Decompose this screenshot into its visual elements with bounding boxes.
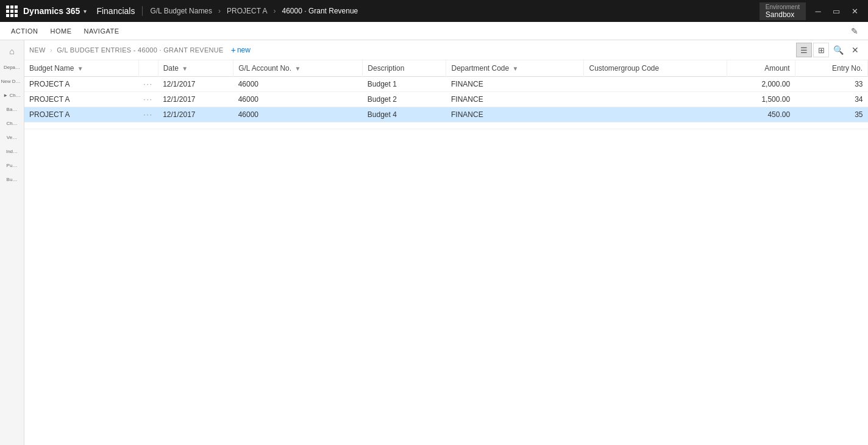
- cell-department-code: FINANCE: [446, 77, 584, 92]
- home-icon: ⌂: [9, 46, 14, 56]
- cell-entry-no: 33: [795, 77, 867, 92]
- table-new-row[interactable]: [24, 123, 868, 129]
- sidebar-label-ba: Ba…: [7, 107, 18, 112]
- cell-customergroup-code: [584, 107, 727, 123]
- sidebar: ⌂ Depa… New Doc… ► Ch… Ba… Ch… Ve… Ind… …: [0, 40, 24, 445]
- cell-gl-account-no: 46000: [233, 77, 363, 92]
- sidebar-label-ind: Ind…: [6, 149, 18, 154]
- sidebar-item-ve[interactable]: Ve…: [0, 130, 24, 144]
- sidebar-label-ve: Ve…: [7, 135, 17, 140]
- sidebar-label-pu: Pu…: [7, 163, 18, 168]
- sidebar-label-ch: ► Ch…: [3, 93, 20, 98]
- sidebar-item-ch[interactable]: ► Ch…: [0, 88, 24, 102]
- cell-new-gl-account: [233, 123, 363, 129]
- cell-department-code: FINANCE: [446, 92, 584, 107]
- close-button[interactable]: ✕: [846, 2, 863, 20]
- restore-button[interactable]: ▭: [828, 2, 845, 20]
- col-gl-account[interactable]: G/L Account No. ▼: [233, 60, 363, 77]
- cell-amount: 450.00: [727, 107, 795, 123]
- cell-row-menu[interactable]: ···: [138, 107, 158, 123]
- table-row[interactable]: PROJECT A ··· 12/1/2017 46000 Budget 1 F…: [24, 77, 868, 92]
- content-header-right: ☰ ⊞ 🔍 ✕: [796, 43, 863, 57]
- content-breadcrumb: NEW › G/L BUDGET ENTRIES - 46000 · GRANT…: [29, 46, 224, 54]
- col-budget-name[interactable]: Budget Name ▼: [24, 60, 138, 77]
- sidebar-item-home[interactable]: ⌂: [0, 43, 24, 60]
- cell-entry-no: 34: [795, 92, 867, 107]
- col-customergroup-code: Customergroup Code: [584, 60, 727, 77]
- top-bar-left: Dynamics 365 ▾ Financials G/L Budget Nam…: [5, 4, 760, 18]
- sidebar-item-pu[interactable]: Pu…: [0, 158, 24, 172]
- sidebar-label-depa: Depa…: [4, 65, 20, 70]
- app-title: Dynamics 365: [23, 6, 80, 16]
- cell-row-menu[interactable]: ···: [138, 92, 158, 107]
- cell-description: Budget 2: [363, 92, 446, 107]
- sidebar-item-ba[interactable]: Ba…: [0, 102, 24, 116]
- content-area: NEW › G/L BUDGET ENTRIES - 46000 · GRANT…: [24, 40, 868, 445]
- col-department-code[interactable]: Department Code ▼: [446, 60, 584, 77]
- sidebar-item-bu[interactable]: Bu…: [0, 172, 24, 186]
- app-dropdown-icon[interactable]: ▾: [84, 8, 87, 15]
- plus-icon: +: [231, 45, 236, 55]
- cell-customergroup-code: [584, 77, 727, 92]
- table-row[interactable]: PROJECT A ··· 12/1/2017 46000 Budget 2 F…: [24, 92, 868, 107]
- search-button[interactable]: 🔍: [830, 43, 846, 57]
- cell-new-budget-name: [24, 123, 138, 129]
- minimize-button[interactable]: ─: [809, 2, 827, 20]
- table-header-row: Budget Name ▼ Date ▼ G/L Account No. ▼ D…: [24, 60, 868, 77]
- top-bar-right: Environment Sandbox ─ ▭ ✕: [760, 2, 863, 20]
- cell-amount: 1,500.00: [727, 92, 795, 107]
- edit-icon[interactable]: ✎: [846, 26, 863, 36]
- cell-department-code: FINANCE: [446, 107, 584, 123]
- waffle-icon[interactable]: [5, 4, 18, 18]
- col-description: Description: [363, 60, 446, 77]
- breadcrumb-project-a[interactable]: PROJECT A: [227, 7, 267, 15]
- cell-new-customergroup: [584, 123, 727, 129]
- nav-bar: ACTION HOME NAVIGATE ✎: [0, 22, 868, 40]
- sidebar-item-ind[interactable]: Ind…: [0, 144, 24, 158]
- sidebar-label-ch2: Ch…: [6, 121, 17, 126]
- table-wrapper: Budget Name ▼ Date ▼ G/L Account No. ▼ D…: [24, 60, 868, 445]
- col-date[interactable]: Date ▼: [158, 60, 233, 77]
- cell-entry-no: 35: [795, 107, 867, 123]
- top-bar: Dynamics 365 ▾ Financials G/L Budget Nam…: [0, 0, 868, 22]
- col-amount: Amount: [727, 60, 795, 77]
- sidebar-item-depa[interactable]: Depa…: [0, 60, 24, 74]
- cell-new-amount: [727, 123, 795, 129]
- main-layout: ⌂ Depa… New Doc… ► Ch… Ba… Ch… Ve… Ind… …: [0, 40, 868, 445]
- nav-home[interactable]: HOME: [44, 22, 78, 40]
- content-header: NEW › G/L BUDGET ENTRIES - 46000 · GRANT…: [24, 40, 868, 60]
- breadcrumb-gl-budget-names[interactable]: G/L Budget Names: [150, 7, 212, 15]
- cell-description: Budget 4: [363, 107, 446, 123]
- table-row[interactable]: PROJECT A ··· 12/1/2017 46000 Budget 4 F…: [24, 107, 868, 123]
- cell-budget-name: PROJECT A: [24, 77, 138, 92]
- cell-new-description: [363, 123, 446, 129]
- cell-row-menu[interactable]: ···: [138, 77, 158, 92]
- grid-view-button[interactable]: ⊞: [813, 43, 829, 57]
- cell-new-row-menu: [138, 123, 158, 129]
- new-button[interactable]: + new: [227, 44, 254, 56]
- nav-action[interactable]: ACTION: [5, 22, 44, 40]
- panel-close-button[interactable]: ✕: [847, 43, 863, 57]
- new-button-label: new: [237, 46, 251, 54]
- cell-description: Budget 1: [363, 77, 446, 92]
- cell-budget-name: PROJECT A: [24, 107, 138, 123]
- sidebar-item-newdoc[interactable]: New Doc…: [0, 74, 24, 88]
- col-row-menu: [138, 60, 158, 77]
- sidebar-item-ch2[interactable]: Ch…: [0, 116, 24, 130]
- nav-navigate[interactable]: NAVIGATE: [78, 22, 126, 40]
- cell-amount: 2,000.00: [727, 77, 795, 92]
- environment-label: Environment: [766, 4, 800, 10]
- breadcrumb-sep: ›: [50, 46, 52, 54]
- breadcrumb-sep-2: ›: [274, 7, 276, 15]
- environment-box: Environment Sandbox: [760, 2, 806, 20]
- cell-date: 12/1/2017: [158, 77, 233, 92]
- cell-gl-account-no: 46000: [233, 107, 363, 123]
- breadcrumb-new: NEW: [29, 46, 46, 54]
- budget-entries-table: Budget Name ▼ Date ▼ G/L Account No. ▼ D…: [24, 60, 868, 129]
- list-view-button[interactable]: ☰: [796, 43, 812, 57]
- cell-new-entry-no: [795, 123, 867, 129]
- breadcrumb-sep-1: ›: [218, 7, 221, 15]
- cell-date: 12/1/2017: [158, 107, 233, 123]
- col-entry-no: Entry No.: [795, 60, 867, 77]
- cell-customergroup-code: [584, 92, 727, 107]
